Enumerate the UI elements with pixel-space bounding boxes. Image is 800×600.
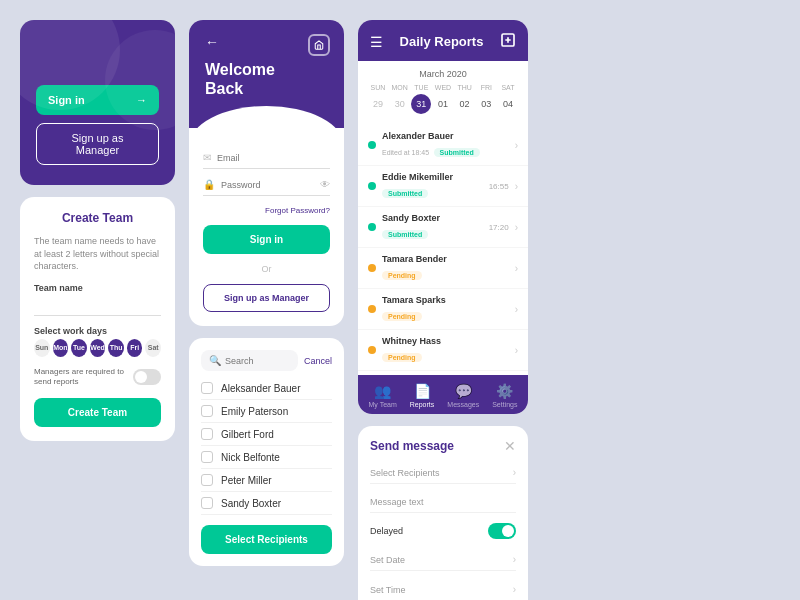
messages-icon: 💬 — [455, 383, 472, 399]
recipient-name: Peter Miller — [221, 475, 272, 486]
close-button[interactable]: ✕ — [504, 438, 516, 454]
home-icon[interactable] — [308, 34, 330, 56]
report-item[interactable]: Tamara Sparks Pending › — [358, 289, 528, 330]
recipient-checkbox[interactable] — [201, 451, 213, 463]
work-days-label: Select work days — [34, 326, 161, 336]
signup-manager-button[interactable]: Sign up as Manager — [36, 123, 159, 165]
message-text-label: Message text — [370, 497, 424, 507]
report-arrow-icon: › — [515, 181, 518, 192]
create-team-button[interactable]: Create Team — [34, 398, 161, 427]
report-name: Eddie Mikemiller — [382, 172, 483, 182]
sign-in-button[interactable]: Sign in → — [36, 85, 159, 115]
settings-icon: ⚙️ — [496, 383, 513, 399]
day-thu[interactable]: Thu — [108, 339, 124, 357]
report-dot — [368, 182, 376, 190]
welcome-signup-manager-button[interactable]: Sign up as Manager — [203, 284, 330, 312]
report-name: Tamara Sparks — [382, 295, 509, 305]
report-time: 16:55 — [489, 182, 509, 191]
reports-icon: 📄 — [414, 383, 431, 399]
eye-icon[interactable]: 👁 — [320, 179, 330, 190]
day-tue[interactable]: Tue — [71, 339, 87, 357]
list-item[interactable]: Gilbert Ford — [201, 423, 332, 446]
send-message-title: Send message — [370, 439, 454, 453]
recipients-arrow-icon: › — [513, 467, 516, 478]
select-recipients-field[interactable]: Select Recipients › — [370, 462, 516, 484]
day-fri[interactable]: Fri — [127, 339, 143, 357]
set-time-arrow-icon: › — [513, 584, 516, 595]
welcome-signin-button[interactable]: Sign in — [203, 225, 330, 254]
report-dot — [368, 223, 376, 231]
team-name-label: Team name — [34, 283, 161, 293]
report-item[interactable]: Alexander Bauer Edited at 18:45 Submitte… — [358, 125, 528, 166]
nav-my-team[interactable]: 👥 My Team — [369, 383, 397, 408]
team-name-input[interactable] — [34, 299, 161, 316]
list-item[interactable]: Peter Miller — [201, 469, 332, 492]
report-item[interactable]: Whitney Hass Pending › — [358, 330, 528, 371]
nav-settings[interactable]: ⚙️ Settings — [492, 383, 517, 408]
report-item[interactable]: Tamara Bender Pending › — [358, 248, 528, 289]
report-name: Whitney Hass — [382, 336, 509, 346]
bottom-nav: 👥 My Team 📄 Reports 💬 Messages ⚙️ Settin… — [358, 375, 528, 414]
password-input[interactable] — [221, 180, 314, 190]
report-info: Eddie Mikemiller Submitted — [382, 172, 483, 200]
cal-day-02[interactable]: 02 — [455, 94, 475, 114]
hamburger-icon[interactable]: ☰ — [370, 34, 383, 50]
forgot-password-link[interactable]: Forgot Password? — [203, 206, 330, 215]
recipient-checkbox[interactable] — [201, 428, 213, 440]
select-recipients-button[interactable]: Select Recipients — [201, 525, 332, 554]
report-dot — [368, 141, 376, 149]
day-wed[interactable]: Wed — [90, 339, 106, 357]
send-message-card: Send message ✕ Select Recipients › Messa… — [358, 426, 528, 600]
list-item[interactable]: Nick Belfonte — [201, 446, 332, 469]
report-info: Alexander Bauer Edited at 18:45 Submitte… — [382, 131, 509, 159]
cal-day-01[interactable]: 01 — [433, 94, 453, 114]
cal-day-31[interactable]: 31 — [411, 94, 431, 114]
list-item[interactable]: Sandy Boxter — [201, 492, 332, 515]
report-item[interactable]: Sandy Boxter Submitted 17:20 › — [358, 207, 528, 248]
email-input[interactable] — [217, 153, 330, 163]
recipient-checkbox[interactable] — [201, 382, 213, 394]
day-sun[interactable]: Sun — [34, 339, 50, 357]
set-date-field[interactable]: Set Date › — [370, 549, 516, 571]
cal-day-30[interactable]: 30 — [390, 94, 410, 114]
delayed-toggle[interactable] — [488, 523, 516, 539]
calendar-month: March 2020 — [368, 69, 518, 79]
search-input[interactable] — [225, 356, 290, 366]
report-badge: Pending — [382, 271, 422, 280]
report-item[interactable]: Eddie Mikemiller Submitted 16:55 › — [358, 166, 528, 207]
list-item[interactable]: Emily Paterson — [201, 400, 332, 423]
day-mon[interactable]: Mon — [53, 339, 69, 357]
nav-messages[interactable]: 💬 Messages — [447, 383, 479, 408]
create-team-description: The team name needs to have at least 2 l… — [34, 235, 161, 273]
report-dot — [368, 346, 376, 354]
recipient-checkbox[interactable] — [201, 405, 213, 417]
recipient-checkbox[interactable] — [201, 474, 213, 486]
cal-day-29[interactable]: 29 — [368, 94, 388, 114]
recipient-checkbox[interactable] — [201, 497, 213, 509]
managers-reports-toggle[interactable] — [133, 369, 161, 385]
select-recipients-label: Select Recipients — [370, 468, 440, 478]
nav-reports[interactable]: 📄 Reports — [410, 383, 435, 408]
add-report-icon[interactable] — [500, 32, 516, 51]
recipients-card: 🔍 Cancel Aleksander BauerEmily PatersonG… — [189, 338, 344, 566]
cal-day-03[interactable]: 03 — [476, 94, 496, 114]
create-team-card: Create Team The team name needs to have … — [20, 197, 175, 441]
recipient-list: Aleksander BauerEmily PatersonGilbert Fo… — [201, 377, 332, 515]
set-time-field[interactable]: Set Time › — [370, 579, 516, 600]
lock-icon: 🔒 — [203, 179, 215, 190]
cancel-link[interactable]: Cancel — [304, 356, 332, 366]
report-info: Whitney Hass Pending — [382, 336, 509, 364]
report-name: Tamara Bender — [382, 254, 509, 264]
day-sat[interactable]: Sat — [145, 339, 161, 357]
report-badge: Pending — [382, 353, 422, 362]
report-name: Sandy Boxter — [382, 213, 483, 223]
reports-label: Reports — [410, 401, 435, 408]
arrow-icon: → — [136, 94, 147, 106]
list-item[interactable]: Aleksander Bauer — [201, 377, 332, 400]
recipient-name: Gilbert Ford — [221, 429, 274, 440]
report-arrow-icon: › — [515, 222, 518, 233]
reports-list: Alexander Bauer Edited at 18:45 Submitte… — [358, 121, 528, 375]
report-time: 17:20 — [489, 223, 509, 232]
cal-day-04[interactable]: 04 — [498, 94, 518, 114]
message-text-field[interactable]: Message text — [370, 492, 516, 513]
